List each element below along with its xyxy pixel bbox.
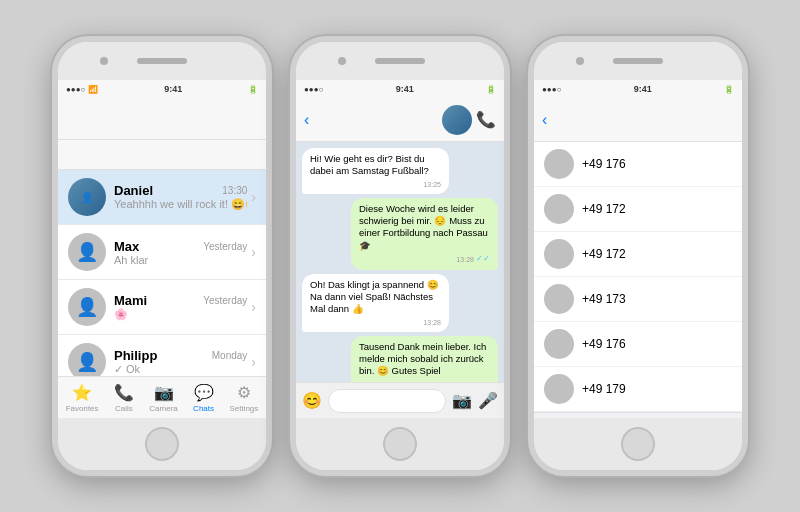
tab-icon-calls: 📞 bbox=[114, 383, 134, 402]
phone-2: ●●●○ 9:41 🔋 ‹ 📞 Hi! Wie geht es dir? B bbox=[290, 36, 510, 476]
group-member-1[interactable]: +49 172 bbox=[534, 187, 742, 232]
group-member-3[interactable]: +49 173 bbox=[534, 277, 742, 322]
phone-1-top bbox=[58, 42, 266, 80]
group-members-list: +49 176 +49 172 +49 172 +49 173 +49 176 … bbox=[534, 142, 742, 413]
chat-time-mami: Yesterday bbox=[203, 295, 247, 306]
name-row-mami: Mami Yesterday bbox=[114, 293, 247, 308]
status-battery: 🔋 bbox=[248, 85, 258, 94]
member-avatar-1 bbox=[544, 194, 574, 224]
chat-info-max: Max Yesterday Ah klar bbox=[114, 239, 247, 266]
home-button-2[interactable] bbox=[383, 427, 417, 461]
battery3: 🔋 bbox=[724, 85, 734, 94]
tab-settings[interactable]: ⚙ Settings bbox=[229, 383, 258, 413]
phone-3: ●●●○ 9:41 🔋 ‹ +49 176 +49 172 +49 17 bbox=[528, 36, 748, 476]
chat-subbar bbox=[58, 140, 266, 170]
chevron-icon-mami: › bbox=[251, 299, 256, 315]
message-input-bar: 😊 📷 🎤 bbox=[296, 382, 504, 418]
chat-name-mami: Mami bbox=[114, 293, 147, 308]
status-signal: ●●●○ 📶 bbox=[66, 85, 98, 94]
group-nav: ‹ bbox=[534, 98, 742, 142]
chat-name-daniel: Daniel bbox=[114, 183, 153, 198]
phone-1: ●●●○ 📶 9:41 🔋 👤 bbox=[52, 36, 272, 476]
member-avatar-3 bbox=[544, 284, 574, 314]
phone-3-screen: ●●●○ 9:41 🔋 ‹ +49 176 +49 172 +49 17 bbox=[534, 80, 742, 418]
camera-button[interactable]: 📷 bbox=[452, 391, 472, 410]
tab-label-calls: Calls bbox=[115, 404, 133, 413]
message-text-3: Tausend Dank mein lieber. Ich melde mich… bbox=[359, 341, 486, 377]
chat-preview-max: Ah klar bbox=[114, 254, 247, 266]
chevron-icon-philipp: › bbox=[251, 354, 256, 370]
phone-3-top bbox=[534, 42, 742, 80]
battery2: 🔋 bbox=[486, 85, 496, 94]
preview-text-max: Ah klar bbox=[114, 254, 148, 266]
member-number-2: +49 172 bbox=[582, 247, 626, 261]
member-avatar-5 bbox=[544, 374, 574, 404]
message-2: Oh! Das klingt ja spannend 😊 Na dann vie… bbox=[302, 274, 449, 332]
back-button[interactable]: ‹ bbox=[304, 111, 310, 129]
phone-2-bottom bbox=[296, 418, 504, 470]
message-input[interactable] bbox=[328, 389, 446, 413]
status-bar-1: ●●●○ 📶 9:41 🔋 bbox=[58, 80, 266, 98]
battery-icon: 🔋 bbox=[248, 85, 258, 94]
message-time-2: 13:28 bbox=[310, 318, 441, 327]
chat-item-philipp[interactable]: 👤 Philipp Monday ✓ Ok › bbox=[58, 335, 266, 376]
chat-time-philipp: Monday bbox=[212, 350, 248, 361]
ticks-icon-1: ✓✓ bbox=[476, 254, 490, 264]
tab-bar: ⭐ Favorites 📞 Calls 📷 Camera 💬 Chats ⚙ S… bbox=[58, 376, 266, 418]
chat-item-max[interactable]: 👤 Max Yesterday Ah klar › bbox=[58, 225, 266, 280]
name-row-max: Max Yesterday bbox=[114, 239, 247, 254]
phone-1-camera bbox=[100, 57, 108, 65]
message-0: Hi! Wie geht es dir? Bist du dabei am Sa… bbox=[302, 148, 449, 194]
chat-preview-philipp: ✓ Ok bbox=[114, 363, 247, 376]
tab-favorites[interactable]: ⭐ Favorites bbox=[66, 383, 99, 413]
chat-time-daniel: 13:30 bbox=[222, 185, 247, 196]
chat-info-philipp: Philipp Monday ✓ Ok bbox=[114, 348, 247, 376]
call-button[interactable]: 📞 bbox=[476, 110, 496, 129]
home-button-1[interactable] bbox=[145, 427, 179, 461]
phone-1-bottom bbox=[58, 418, 266, 470]
message-text-0: Hi! Wie geht es dir? Bist du dabei am Sa… bbox=[310, 153, 429, 176]
name-row-daniel: Daniel 13:30 bbox=[114, 183, 247, 198]
chat-item-daniel[interactable]: 👤 Daniel 13:30 Yeahhhh we will rock it! … bbox=[58, 170, 266, 225]
signal2: ●●●○ bbox=[304, 85, 323, 94]
group-back-button[interactable]: ‹ bbox=[542, 111, 548, 129]
group-member-0[interactable]: +49 176 bbox=[534, 142, 742, 187]
contact-avatar[interactable] bbox=[442, 105, 472, 135]
group-member-4[interactable]: +49 176 bbox=[534, 322, 742, 367]
chat-time-max: Yesterday bbox=[203, 241, 247, 252]
time-value-0: 13:25 bbox=[423, 180, 441, 189]
group-member-2[interactable]: +49 172 bbox=[534, 232, 742, 277]
avatar-max: 👤 bbox=[68, 233, 106, 271]
chat-item-mami[interactable]: 👤 Mami Yesterday 🌸 › bbox=[58, 280, 266, 335]
time-value-1: 13:28 bbox=[456, 255, 474, 264]
signal-icon: ●●●○ bbox=[66, 85, 85, 94]
phone-3-camera bbox=[576, 57, 584, 65]
time2: 9:41 bbox=[396, 84, 414, 94]
time-value-2: 13:28 bbox=[423, 318, 441, 327]
chat-nav bbox=[58, 98, 266, 140]
group-back-arrow: ‹ bbox=[542, 111, 547, 129]
member-number-1: +49 172 bbox=[582, 202, 626, 216]
preview-text-mami: 🌸 bbox=[114, 308, 128, 321]
group-member-5[interactable]: +49 179 bbox=[534, 367, 742, 412]
message-text-1: Diese Woche wird es leider schwierig bei… bbox=[359, 203, 488, 251]
tab-icon-favorites: ⭐ bbox=[72, 383, 92, 402]
chevron-icon-daniel: › bbox=[251, 189, 256, 205]
phone-2-screen: ●●●○ 9:41 🔋 ‹ 📞 Hi! Wie geht es dir? B bbox=[296, 80, 504, 418]
member-avatar-4 bbox=[544, 329, 574, 359]
phone-2-speaker bbox=[375, 58, 425, 64]
tab-chats[interactable]: 💬 Chats bbox=[193, 383, 214, 413]
phone-2-top bbox=[296, 42, 504, 80]
tab-camera[interactable]: 📷 Camera bbox=[149, 383, 177, 413]
tab-icon-chats: 💬 bbox=[194, 383, 214, 402]
emoji-button[interactable]: 😊 bbox=[302, 391, 322, 410]
back-arrow-icon: ‹ bbox=[304, 111, 309, 129]
msg-nav: ‹ 📞 bbox=[296, 98, 504, 142]
member-number-5: +49 179 bbox=[582, 382, 626, 396]
chat-info-mami: Mami Yesterday 🌸 bbox=[114, 293, 247, 321]
home-button-3[interactable] bbox=[621, 427, 655, 461]
tab-calls[interactable]: 📞 Calls bbox=[114, 383, 134, 413]
mic-button[interactable]: 🎤 bbox=[478, 391, 498, 410]
chat-name-max: Max bbox=[114, 239, 139, 254]
message-1: Diese Woche wird es leider schwierig bei… bbox=[351, 198, 498, 270]
